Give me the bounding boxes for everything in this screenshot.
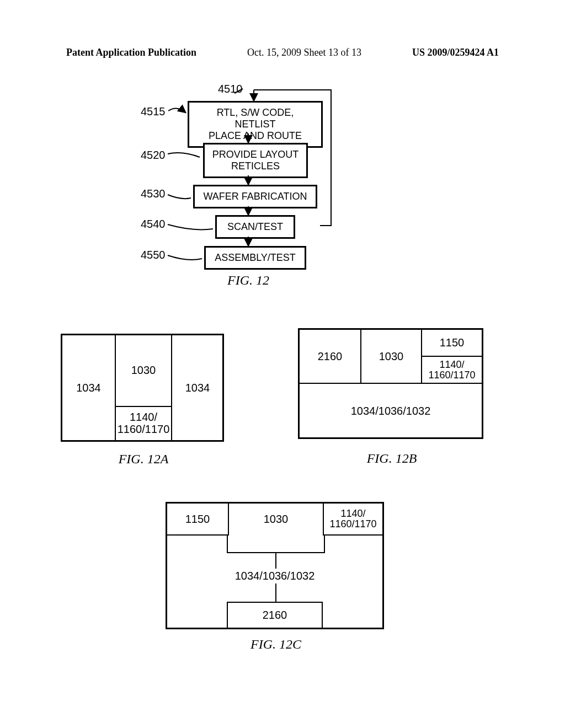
box-4515-line1: RTL, S/W CODE, NETLIST [196,107,315,130]
fig12c-1150: 1150 [166,502,229,536]
box-4530-text: WAFER FABRICATION [201,191,309,202]
fig12c-2160: 2160 [227,602,323,629]
header-left: Patent Application Publication [66,47,196,58]
fig12a-1140: 1140/ 1160/1170 [116,406,171,439]
fig12a-1030: 1030 [116,334,171,406]
fig12c-caption: FIG. 12C [166,637,386,652]
fig12b-1140: 1140/ 1160/1170 [422,356,482,383]
fig12a-1140-l1: 1140/ [130,411,157,423]
box-4520: PROVIDE LAYOUT RETICLES [203,143,308,178]
box-4530: WAFER FABRICATION [193,185,317,208]
fig12b-caption: FIG. 12B [298,451,486,466]
fig12b-1140-l1: 1140/ [439,360,464,370]
box-4540-text: SCAN/TEST [223,221,287,233]
ref-4540: 4540 [141,218,166,231]
fig12b-bottom: 1034/1036/1032 [300,385,482,437]
header-right: US 2009/0259424 A1 [412,47,499,58]
ref-4550: 4550 [141,249,166,261]
figure-12c: 1150 1030 1140/ 1160/1170 1034/1036/1032… [166,502,386,652]
fig12a-1034-right: 1034 [173,335,222,440]
ref-4510: 4510 [218,83,243,95]
fig12b-1140-l2: 1160/1170 [428,370,475,381]
box-4515-line2: PLACE AND ROUTE [196,130,315,142]
box-4550: ASSEMBLY/TEST [204,246,306,270]
fig12c-1140-l1: 1140/ [340,508,365,519]
fig12c-outer: 1150 1030 1140/ 1160/1170 1034/1036/1032… [166,502,384,629]
fig12b-1150: 1150 [422,330,482,356]
fig12b-outer: 2160 1030 1150 1140/ 1160/1170 1034/1036… [298,328,483,439]
fig12b-2160: 2160 [299,329,361,384]
fig12a-caption: FIG. 12A [61,452,226,467]
ref-4530: 4530 [141,188,166,200]
header-middle: Oct. 15, 2009 Sheet 13 of 13 [247,47,361,58]
page-header: Patent Application Publication Oct. 15, … [66,47,499,58]
ref-4515: 4515 [141,105,166,118]
fig12b-right-col: 1150 1140/ 1160/1170 [422,329,483,384]
fig12c-mid: 1034/1036/1032 [167,570,382,582]
fig12a-1034-left: 1034 [62,335,115,440]
box-4550-text: ASSEMBLY/TEST [212,252,298,264]
ref-4520: 4520 [141,149,166,162]
box-4520-line1: PROVIDE LAYOUT [211,149,300,160]
fig12c-1030: 1030 [229,502,323,536]
fig12c-1140-l2: 1160/1170 [329,519,376,529]
figure-12b: 2160 1030 1150 1140/ 1160/1170 1034/1036… [298,328,486,466]
box-4520-line2: RETICLES [211,160,300,172]
fig12a-1140-l2: 1160/1170 [118,423,170,435]
fig12c-1140: 1140/ 1160/1170 [323,502,383,536]
patent-page: Patent Application Publication Oct. 15, … [0,0,565,728]
fig12c-top-row: 1150 1030 1140/ 1160/1170 [166,502,383,536]
fig12a-outer: 1034 1030 1140/ 1160/1170 1034 [61,334,224,442]
box-4540: SCAN/TEST [215,215,295,239]
figure-12a: 1034 1030 1140/ 1160/1170 1034 FIG. 12A [61,334,226,467]
fig12b-top-row: 2160 1030 1150 1140/ 1160/1170 [299,329,483,384]
fig12a-center-col: 1030 1140/ 1160/1170 [115,334,172,441]
fig12c-1030-extend [227,536,325,553]
box-4515: RTL, S/W CODE, NETLIST PLACE AND ROUTE [188,101,323,148]
fig12-caption: FIG. 12 [154,273,342,288]
fig12b-1030: 1030 [361,329,422,384]
